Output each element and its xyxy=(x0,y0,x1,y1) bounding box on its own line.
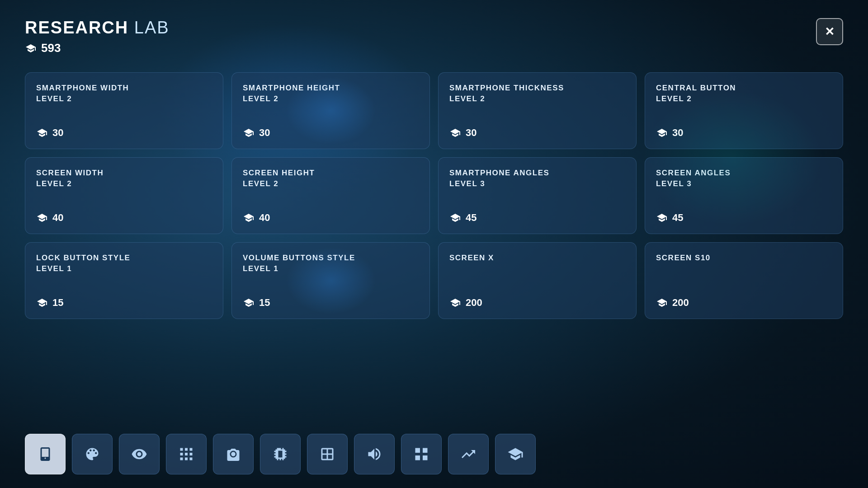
cost-icon xyxy=(36,127,48,139)
card-screen-height[interactable]: SCREEN HEIGHTLEVEL 2 40 xyxy=(231,157,430,234)
card-smartphone-angles[interactable]: SMARTPHONE ANGLESLEVEL 3 45 xyxy=(438,157,637,234)
cost-value: 30 xyxy=(466,127,476,139)
nav-btn-trending[interactable] xyxy=(448,434,489,474)
title-light: LAB xyxy=(128,18,169,37)
card-cost: 30 xyxy=(243,127,419,139)
card-screen-x[interactable]: SCREEN X 200 xyxy=(438,242,637,319)
card-cost: 30 xyxy=(36,127,212,139)
cost-icon xyxy=(449,212,461,224)
card-cost: 30 xyxy=(656,127,832,139)
nav-btn-camera[interactable] xyxy=(213,434,254,474)
card-title: CENTRAL BUTTONLEVEL 2 xyxy=(656,83,832,104)
nav-btn-pattern[interactable] xyxy=(166,434,207,474)
close-button[interactable]: ✕ xyxy=(816,18,843,45)
nav-btn-graduation[interactable] xyxy=(495,434,536,474)
cost-value: 30 xyxy=(259,127,270,139)
card-title: SCREEN X xyxy=(449,253,625,263)
card-title: SCREEN HEIGHTLEVEL 2 xyxy=(243,168,419,189)
cost-icon xyxy=(36,212,48,224)
card-cost: 40 xyxy=(36,212,212,224)
cost-value: 15 xyxy=(52,297,63,309)
card-smartphone-thickness[interactable]: SMARTPHONE THICKNESSLEVEL 2 30 xyxy=(438,72,637,149)
card-title: SMARTPHONE WIDTHLEVEL 2 xyxy=(36,83,212,104)
nav-btn-chip[interactable] xyxy=(260,434,301,474)
card-title: SCREEN ANGLESLEVEL 3 xyxy=(656,168,832,189)
nav-btn-eye[interactable] xyxy=(119,434,160,474)
cost-icon xyxy=(449,297,461,309)
cost-value: 15 xyxy=(259,297,270,309)
cost-icon xyxy=(656,297,668,309)
cost-value: 30 xyxy=(52,127,63,139)
card-central-button[interactable]: CENTRAL BUTTONLEVEL 2 30 xyxy=(645,72,843,149)
title-bold: RESEARCH xyxy=(25,18,128,37)
cost-value: 200 xyxy=(466,297,482,309)
card-cost: 15 xyxy=(36,297,212,309)
cost-icon xyxy=(449,127,461,139)
card-volume-buttons-style[interactable]: VOLUME BUTTONS STYLELEVEL 1 15 xyxy=(231,242,430,319)
cost-value: 30 xyxy=(672,127,683,139)
cost-value: 45 xyxy=(466,212,476,224)
card-smartphone-height[interactable]: SMARTPHONE HEIGHTLEVEL 2 30 xyxy=(231,72,430,149)
cost-icon xyxy=(36,297,48,309)
card-title: SMARTPHONE HEIGHTLEVEL 2 xyxy=(243,83,419,104)
score-row: 593 xyxy=(25,41,170,55)
nav-btn-sound[interactable] xyxy=(354,434,395,474)
score-icon xyxy=(25,42,37,54)
cost-icon xyxy=(243,297,255,309)
cost-value: 45 xyxy=(672,212,683,224)
nav-btn-palette[interactable] xyxy=(72,434,113,474)
cost-icon xyxy=(656,212,668,224)
card-title: LOCK BUTTON STYLELEVEL 1 xyxy=(36,253,212,274)
card-screen-s10[interactable]: SCREEN S10 200 xyxy=(645,242,843,319)
cards-grid: SMARTPHONE WIDTHLEVEL 2 30 SMARTPHONE HE… xyxy=(25,72,843,319)
bottom-nav xyxy=(25,434,843,474)
cost-value: 40 xyxy=(52,212,63,224)
card-cost: 45 xyxy=(656,212,832,224)
nav-btn-apps[interactable] xyxy=(307,434,348,474)
score-value: 593 xyxy=(41,41,61,55)
nav-btn-grid[interactable] xyxy=(401,434,442,474)
card-title: SCREEN WIDTHLEVEL 2 xyxy=(36,168,212,189)
card-title: VOLUME BUTTONS STYLELEVEL 1 xyxy=(243,253,419,274)
card-title: SCREEN S10 xyxy=(656,253,832,263)
card-screen-angles[interactable]: SCREEN ANGLESLEVEL 3 45 xyxy=(645,157,843,234)
card-cost: 45 xyxy=(449,212,625,224)
card-lock-button-style[interactable]: LOCK BUTTON STYLELEVEL 1 15 xyxy=(25,242,223,319)
card-title: SMARTPHONE THICKNESSLEVEL 2 xyxy=(449,83,625,104)
cost-value: 200 xyxy=(672,297,689,309)
cost-value: 40 xyxy=(259,212,270,224)
card-cost: 15 xyxy=(243,297,419,309)
card-smartphone-width[interactable]: SMARTPHONE WIDTHLEVEL 2 30 xyxy=(25,72,223,149)
nav-btn-smartphone[interactable] xyxy=(25,434,66,474)
card-cost: 200 xyxy=(656,297,832,309)
card-title: SMARTPHONE ANGLESLEVEL 3 xyxy=(449,168,625,189)
cost-icon xyxy=(243,212,255,224)
card-cost: 40 xyxy=(243,212,419,224)
cost-icon xyxy=(243,127,255,139)
cost-icon xyxy=(656,127,668,139)
header: RESEARCH LAB 593 xyxy=(25,18,170,55)
card-cost: 200 xyxy=(449,297,625,309)
page-title: RESEARCH LAB xyxy=(25,18,170,38)
card-screen-width[interactable]: SCREEN WIDTHLEVEL 2 40 xyxy=(25,157,223,234)
card-cost: 30 xyxy=(449,127,625,139)
